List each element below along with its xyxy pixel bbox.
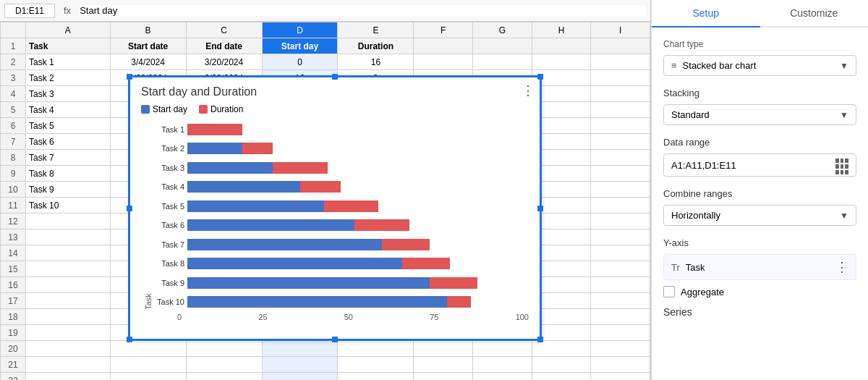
cell-i8[interactable] (591, 150, 650, 166)
cell-a18[interactable] (25, 309, 110, 325)
cell-i13[interactable] (591, 229, 650, 245)
cell-h21[interactable] (532, 357, 591, 373)
cell-i2[interactable] (591, 54, 650, 70)
cell-h22[interactable] (532, 373, 591, 381)
chart-type-dropdown[interactable]: ≡ Stacked bar chart ▼ (663, 55, 856, 76)
cell-a6[interactable]: Task 5 (25, 118, 110, 134)
cell-c1[interactable]: End date (186, 38, 262, 54)
cell-d20[interactable] (262, 341, 338, 357)
y-axis-menu-icon[interactable]: ⋮ (835, 259, 848, 275)
cell-c2[interactable]: 3/20/2024 (186, 54, 262, 70)
cell-a7[interactable]: Task 6 (25, 134, 110, 150)
cell-i1[interactable] (591, 38, 650, 54)
cell-a14[interactable] (25, 245, 110, 261)
cell-b22[interactable] (110, 373, 186, 381)
cell-f22[interactable] (414, 373, 473, 381)
table-row[interactable]: 22 (1, 373, 650, 381)
cell-a19[interactable] (25, 325, 110, 341)
cell-i19[interactable] (591, 325, 650, 341)
cell-a10[interactable]: Task 9 (25, 182, 110, 198)
cell-i12[interactable] (591, 214, 650, 229)
cell-i17[interactable] (591, 293, 650, 309)
cell-a22[interactable] (25, 373, 110, 381)
cell-a15[interactable] (25, 261, 110, 277)
cell-d22[interactable] (262, 373, 338, 381)
col-header-f[interactable]: F (414, 22, 473, 38)
col-header-h[interactable]: H (532, 22, 591, 38)
stacking-dropdown[interactable]: Standard ▼ (663, 104, 856, 125)
cell-b1[interactable]: Start date (110, 38, 186, 54)
cell-i15[interactable] (591, 261, 650, 277)
col-header-i[interactable]: I (591, 22, 650, 38)
combine-ranges-dropdown[interactable]: Horizontally ▼ (663, 205, 856, 226)
cell-e20[interactable] (338, 341, 414, 357)
cell-g20[interactable] (473, 341, 532, 357)
cell-i16[interactable] (591, 277, 650, 293)
grid-icon[interactable] (835, 159, 848, 172)
col-header-a[interactable]: A (25, 22, 110, 38)
cell-a4[interactable]: Task 3 (25, 86, 110, 102)
cell-f20[interactable] (414, 341, 473, 357)
cell-i21[interactable] (591, 357, 650, 373)
cell-e2[interactable]: 16 (338, 54, 414, 70)
cell-i10[interactable] (591, 182, 650, 198)
cell-h2[interactable] (532, 54, 591, 70)
cell-c22[interactable] (186, 373, 262, 381)
cell-e21[interactable] (338, 357, 414, 373)
cell-d2[interactable]: 0 (262, 54, 338, 70)
cell-e1[interactable]: Duration (338, 38, 414, 54)
cell-a2[interactable]: Task 1 (25, 54, 110, 70)
col-header-e[interactable]: E (338, 22, 414, 38)
table-row[interactable]: 1TaskStart dateEnd dateStart dayDuration (1, 38, 650, 54)
cell-a13[interactable] (25, 229, 110, 245)
aggregate-checkbox[interactable] (663, 286, 675, 297)
cell-h20[interactable] (532, 341, 591, 357)
cell-i7[interactable] (591, 134, 650, 150)
cell-a9[interactable]: Task 8 (25, 166, 110, 182)
cell-g22[interactable] (473, 373, 532, 381)
tab-customize[interactable]: Customize (760, 0, 869, 26)
cell-c21[interactable] (186, 357, 262, 373)
cell-e22[interactable] (338, 373, 414, 381)
cell-a8[interactable]: Task 7 (25, 150, 110, 166)
cell-b20[interactable] (110, 341, 186, 357)
cell-i22[interactable] (591, 373, 650, 381)
cell-i6[interactable] (591, 118, 650, 134)
table-row[interactable]: 20 (1, 341, 650, 357)
cell-f2[interactable] (414, 54, 473, 70)
table-row[interactable]: 21 (1, 357, 650, 373)
cell-d1[interactable]: Start day (262, 38, 338, 54)
cell-i20[interactable] (591, 341, 650, 357)
chart-menu-button[interactable]: ⋮ (522, 83, 535, 98)
cell-a5[interactable]: Task 4 (25, 102, 110, 118)
cell-reference[interactable]: D1:E11 (4, 4, 55, 18)
col-header-b[interactable]: B (110, 22, 186, 38)
col-header-d[interactable]: D (262, 22, 338, 38)
cell-a17[interactable] (25, 293, 110, 309)
cell-a12[interactable] (25, 214, 110, 229)
cell-a3[interactable]: Task 2 (25, 70, 110, 86)
cell-b21[interactable] (110, 357, 186, 373)
cell-g21[interactable] (473, 357, 532, 373)
cell-a11[interactable]: Task 10 (25, 198, 110, 214)
cell-i11[interactable] (591, 198, 650, 214)
cell-i3[interactable] (591, 70, 650, 86)
cell-i14[interactable] (591, 245, 650, 261)
cell-b2[interactable]: 3/4/2024 (110, 54, 186, 70)
cell-f21[interactable] (414, 357, 473, 373)
cell-i4[interactable] (591, 86, 650, 102)
cell-a1[interactable]: Task (25, 38, 110, 54)
cell-d21[interactable] (262, 357, 338, 373)
cell-f1[interactable] (414, 38, 473, 54)
tab-setup[interactable]: Setup (652, 0, 760, 28)
cell-c20[interactable] (186, 341, 262, 357)
cell-i5[interactable] (591, 102, 650, 118)
cell-g2[interactable] (473, 54, 532, 70)
cell-g1[interactable] (473, 38, 532, 54)
cell-i18[interactable] (591, 309, 650, 325)
table-row[interactable]: 2Task 13/4/20243/20/2024016 (1, 54, 650, 70)
cell-a16[interactable] (25, 277, 110, 293)
cell-a20[interactable] (25, 341, 110, 357)
formula-input[interactable]: Start day (80, 5, 646, 16)
col-header-g[interactable]: G (473, 22, 532, 38)
